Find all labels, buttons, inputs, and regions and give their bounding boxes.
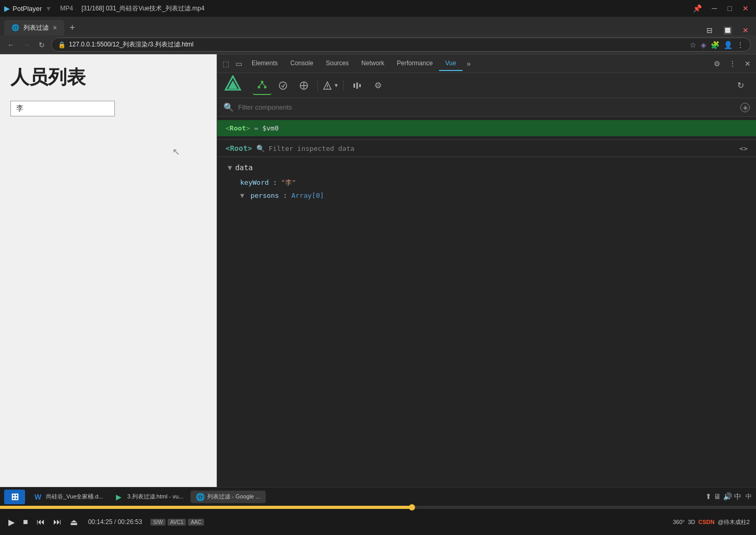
filter-components-input[interactable]	[238, 103, 736, 111]
new-tab-btn[interactable]: +	[65, 20, 79, 35]
forward-btn[interactable]: →	[21, 40, 32, 50]
time-total: 00:26:53	[117, 518, 142, 526]
back-btn[interactable]: ←	[5, 40, 17, 50]
cursor-pointer: ↖	[172, 146, 180, 158]
inspector-filter-label: Filter inspected data	[269, 145, 355, 152]
vuex-btn[interactable]	[274, 76, 292, 95]
vue-taskbar-icon: ▶	[116, 493, 124, 501]
media-controls: ▶ ■ ⏮ ⏭ ⏏ 00:14:25 / 00:26:53 S/W AVC1 A…	[0, 506, 756, 535]
taskbar: ⊞ W 尚硅谷_Vue全家桶.d... ▶ 3.列表过滤.html - vu..…	[0, 487, 756, 506]
data-label: data	[235, 163, 253, 172]
vue-toolbar-right: ↻	[731, 76, 750, 95]
chrome-icon: 🌐	[196, 493, 204, 501]
start-btn[interactable]: ⊞	[4, 490, 25, 504]
title-bar: ▶ PotPlayer ▼ MP4 [31/168] 031_尚硅谷Vue技术_…	[0, 0, 756, 17]
search-input[interactable]	[10, 101, 115, 116]
browser-minimize[interactable]: ⊟	[703, 25, 716, 35]
close-devtools-btn[interactable]: ✕	[741, 57, 754, 70]
timeline-btn[interactable]	[348, 76, 367, 95]
browser-tab-bar: 🌐 列表过滤 × + ⊟ 🔲 ✕	[0, 17, 756, 35]
refresh-vue-btn[interactable]: ↻	[731, 76, 750, 95]
data-collapse-arrow[interactable]: ▼	[228, 163, 232, 172]
data-section-header[interactable]: ▼ data	[228, 163, 746, 172]
controls-row: ▶ ■ ⏮ ⏭ ⏏ 00:14:25 / 00:26:53 S/W AVC1 A…	[0, 509, 756, 535]
address-bar[interactable]: 🔒 127.0.0.1:5500/12_列表渲染/3.列表过滤.html ☆ ◈…	[51, 38, 751, 52]
tab-elements[interactable]: Elements	[245, 56, 284, 71]
taskbar-item-vue[interactable]: ▶ 3.列表过滤.html - vu...	[111, 491, 189, 503]
browser-tab-active[interactable]: 🌐 列表过滤 ×	[4, 20, 64, 35]
taskbar-time: 中	[746, 492, 752, 501]
data-row-persons[interactable]: ▼ persons : Array[0]	[228, 189, 746, 201]
refresh-btn[interactable]: ↻	[37, 40, 47, 50]
svg-rect-16	[359, 84, 361, 87]
tab-favicon: 🌐	[11, 24, 19, 31]
tab-network[interactable]: Network	[355, 56, 391, 71]
menu-icon[interactable]: ⋮	[737, 41, 744, 49]
next-btn[interactable]: ⏭	[51, 516, 64, 528]
progress-bar[interactable]	[0, 506, 756, 509]
play-btn[interactable]: ▶	[6, 516, 17, 528]
titlebar-controls: 📌 ─ □ ✕	[690, 3, 752, 14]
csdn-logo: CSDN	[699, 519, 715, 525]
tab-vue[interactable]: Vue	[439, 56, 463, 71]
more-tabs-btn[interactable]: »	[463, 57, 475, 70]
time-current: 00:14:25	[88, 518, 113, 526]
browser-close[interactable]: ✕	[739, 25, 752, 35]
inspector-search-icon[interactable]: 🔍	[256, 145, 265, 152]
svg-line-6	[262, 83, 265, 86]
device-toolbar-btn[interactable]: ▭	[232, 57, 245, 70]
inspector-root-tag: <Root>	[226, 144, 252, 152]
persons-key: persons	[251, 192, 279, 199]
taskbar-item-chrome[interactable]: 🌐 列表过滤 - Google ...	[191, 491, 265, 503]
maximize-btn[interactable]: □	[725, 3, 735, 14]
settings-btn[interactable]: ⚙	[711, 57, 724, 70]
profile-icon[interactable]: 👤	[724, 41, 733, 49]
keyword-key: keyWord	[240, 179, 269, 186]
taskbar-item-word[interactable]: W 尚硅谷_Vue全家桶.d...	[29, 491, 109, 503]
3d-btn[interactable]: 3D	[688, 519, 695, 525]
eject-btn[interactable]: ⏏	[68, 516, 80, 528]
settings-vue-btn[interactable]: ⚙	[369, 76, 387, 95]
svg-rect-14	[353, 84, 355, 88]
filter-settings-icon[interactable]: ◈	[740, 103, 750, 112]
svg-point-13	[327, 88, 328, 89]
vue-logo	[223, 75, 242, 96]
svg-point-4	[264, 86, 267, 88]
inspect-element-btn[interactable]: ⬚	[219, 57, 232, 70]
badge-codec: AVC1	[168, 519, 186, 526]
media-badges: S/W AVC1 AAC	[150, 519, 204, 526]
degree-360[interactable]: 360°	[673, 519, 685, 525]
puzzle-icon[interactable]: 🧩	[711, 41, 719, 49]
svg-line-5	[259, 83, 262, 86]
minimize-btn[interactable]: ─	[709, 3, 720, 14]
inspector-edit-icon[interactable]: <>	[739, 145, 748, 152]
browser-expand[interactable]: 🔲	[720, 25, 735, 35]
persons-collapse-arrow[interactable]: ▼	[240, 192, 244, 199]
tab-performance[interactable]: Performance	[391, 56, 439, 71]
routing-group[interactable]: ▼	[322, 80, 339, 91]
bookmark-icon[interactable]: ☆	[690, 41, 696, 49]
component-tree-item-root[interactable]: <Root> = $vm0	[217, 120, 756, 136]
inspector-panel: <Root> 🔍 Filter inspected data <> ▼ data…	[217, 140, 756, 516]
extensions-icon[interactable]: ◈	[701, 41, 706, 49]
taskbar-label-vue: 3.列表过滤.html - vu...	[127, 493, 184, 501]
tab-close-btn[interactable]: ×	[53, 23, 57, 32]
stop-btn[interactable]: ■	[21, 516, 30, 528]
tab-label: 列表过滤	[23, 23, 49, 32]
keyword-value: "李"	[281, 179, 296, 186]
router-btn[interactable]	[294, 76, 313, 95]
pin-btn[interactable]: 📌	[690, 3, 705, 14]
toolbar-divider-2	[343, 80, 344, 91]
component-tree: <Root> = $vm0	[217, 117, 756, 140]
close-btn[interactable]: ✕	[739, 3, 752, 14]
component-tree-btn[interactable]	[253, 76, 271, 95]
tab-sources[interactable]: Sources	[320, 56, 355, 71]
prev-btn[interactable]: ⏮	[34, 516, 47, 528]
tab-console[interactable]: Console	[284, 56, 320, 71]
kebab-menu-btn[interactable]: ⋮	[726, 57, 739, 70]
svg-rect-15	[356, 82, 358, 89]
devtools-panel: ⬚ ▭ Elements Console Sources Network Per…	[217, 54, 756, 516]
devtools-controls: ⚙ ⋮ ✕	[711, 57, 754, 70]
app-icon: ▶	[4, 5, 9, 13]
toolbar-divider	[317, 80, 318, 91]
